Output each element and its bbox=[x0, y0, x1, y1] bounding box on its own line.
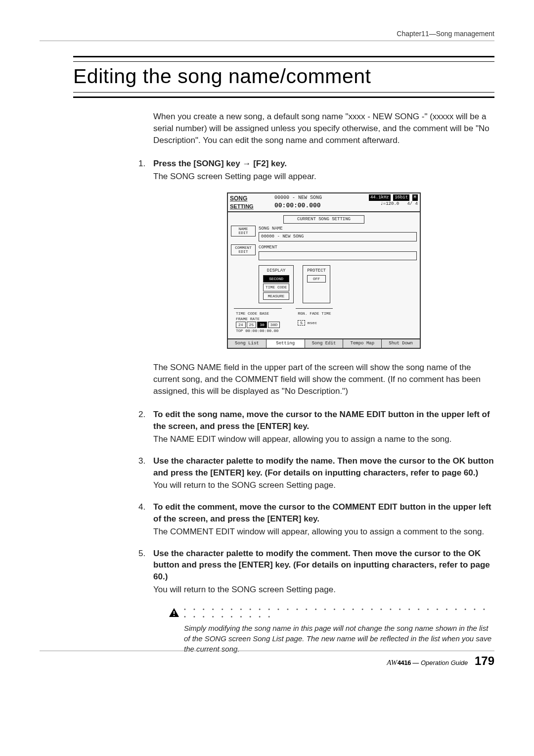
step-head: Press the [SONG] key → [F2] key. bbox=[153, 158, 494, 170]
ss-bits: 16bit bbox=[393, 194, 409, 201]
after-screenshot-paragraph: The SONG NAME field in the upper part of… bbox=[153, 362, 494, 397]
warning-text: Simply modifying the song name in this p… bbox=[184, 623, 494, 654]
step-number: 2. bbox=[138, 409, 153, 445]
footer-model: 4416 bbox=[397, 659, 410, 666]
step-number: 1. bbox=[138, 158, 153, 183]
display-panel-title: DISPLAY bbox=[263, 268, 289, 274]
page-title: Editing the song name/comment bbox=[73, 65, 494, 88]
tab-tempo-map[interactable]: Tempo Map bbox=[343, 339, 382, 348]
protect-off-button[interactable]: OFF bbox=[307, 275, 326, 283]
fade-time-title: RGN. FADE TIME bbox=[298, 311, 331, 316]
footer-brand: AW bbox=[387, 659, 397, 666]
display-opt-measure[interactable]: MEASURE bbox=[263, 292, 289, 300]
frame-rate-24[interactable]: 24 bbox=[236, 322, 246, 328]
protect-panel-title: PROTECT bbox=[307, 268, 326, 274]
song-name-field[interactable]: 00000 - NEW SONG bbox=[259, 232, 417, 241]
tab-song-edit[interactable]: Song Edit bbox=[305, 339, 344, 348]
display-opt-timecode[interactable]: TIME CODE bbox=[263, 284, 289, 291]
step-1: 1. Press the [SONG] key → [F2] key. The … bbox=[153, 158, 494, 183]
ss-song-line: 00000 - NEW SONG bbox=[274, 194, 365, 201]
ss-tempo: ♩=120.0 bbox=[380, 201, 399, 206]
frame-rate-label: FRAME RATE bbox=[236, 316, 280, 322]
display-opt-second[interactable]: SECOND bbox=[263, 275, 289, 283]
step-desc: The COMMENT EDIT window will appear, all… bbox=[153, 526, 494, 538]
tab-setting[interactable]: Setting bbox=[267, 339, 305, 348]
step-head: Use the character palette to modify the … bbox=[153, 548, 494, 583]
page-footer: AW4416 — Operation Guide 179 bbox=[40, 651, 494, 668]
frame-rate-30d[interactable]: 30D bbox=[268, 322, 280, 328]
step-head: Use the character palette to modify the … bbox=[153, 455, 494, 479]
footer-guide: — Operation Guide bbox=[412, 659, 468, 666]
frame-rate-25[interactable]: 25 bbox=[247, 322, 257, 328]
fade-time-unit: msec bbox=[308, 321, 317, 325]
step-desc: The NAME EDIT window will appear, allowi… bbox=[153, 433, 494, 445]
step-desc: The SONG screen Setting page will appear… bbox=[153, 171, 494, 183]
timecode-base-panel: TIME CODE BASE FRAME RATE 24 25 30 30D T… bbox=[234, 308, 282, 336]
chapter-header: Chapter11—Song management bbox=[40, 30, 494, 41]
step-desc: You will return to the SONG screen Setti… bbox=[153, 584, 494, 596]
ss-samplerate: 44.1kHz bbox=[369, 194, 391, 201]
step-2: 2. To edit the song name, move the curso… bbox=[153, 409, 494, 445]
intro-paragraph: When you create a new song, a default so… bbox=[153, 111, 494, 146]
step-number: 5. bbox=[138, 548, 153, 596]
title-block: Editing the song name/comment bbox=[73, 56, 494, 98]
warning-dots: • • • • • • • • • • • • • • • • • • • • … bbox=[184, 606, 494, 621]
warning-block: • • • • • • • • • • • • • • • • • • • • … bbox=[168, 606, 494, 654]
display-panel: DISPLAY SECOND TIME CODE MEASURE bbox=[259, 265, 294, 303]
song-setting-screenshot: SONG SETTING 00000 - NEW SONG 00:00:00.0… bbox=[153, 192, 494, 349]
comment-label: COMMENT bbox=[259, 244, 417, 251]
step-head: To edit the song name, move the cursor t… bbox=[153, 409, 494, 432]
step-3: 3. Use the character palette to modify t… bbox=[153, 455, 494, 491]
fade-time-panel: RGN. FADE TIME 5 msec bbox=[296, 308, 333, 336]
timecode-base-title: TIME CODE BASE bbox=[236, 311, 280, 316]
page-number: 179 bbox=[475, 654, 494, 667]
ss-time-display: 00:00:00.000 bbox=[274, 201, 365, 210]
timecode-top: TOP 00:00:00:00.00 bbox=[236, 328, 280, 333]
step-4: 4. To edit the comment, move the cursor … bbox=[153, 501, 494, 537]
tab-shut-down[interactable]: Shut Down bbox=[382, 339, 420, 348]
svg-rect-0 bbox=[174, 611, 175, 614]
svg-rect-1 bbox=[174, 615, 175, 616]
protect-panel: PROTECT OFF bbox=[303, 265, 330, 303]
ss-section-title: CURRENT SONG SETTING bbox=[283, 215, 364, 224]
step-5: 5. Use the character palette to modify t… bbox=[153, 548, 494, 596]
warning-icon bbox=[168, 606, 184, 654]
tab-song-list[interactable]: Song List bbox=[228, 339, 267, 348]
fade-time-value[interactable]: 5 bbox=[298, 320, 305, 326]
step-desc: You will return to the SONG screen Setti… bbox=[153, 479, 494, 491]
name-edit-button[interactable]: NAMEEDIT bbox=[231, 226, 256, 236]
ss-title-song: SONG bbox=[230, 194, 270, 203]
comment-edit-button[interactable]: COMMENTEDIT bbox=[231, 244, 256, 255]
step-head: To edit the comment, move the cursor to … bbox=[153, 501, 494, 525]
ss-title-setting: SETTING bbox=[230, 203, 270, 210]
step-number: 4. bbox=[138, 501, 153, 537]
ss-sig: 4/ 4 bbox=[407, 201, 418, 206]
comment-field[interactable] bbox=[259, 251, 417, 260]
frame-rate-30[interactable]: 30 bbox=[257, 322, 267, 328]
ss-mono-icon: M bbox=[412, 194, 418, 201]
song-name-label: SONG NAME bbox=[259, 226, 417, 232]
step-number: 3. bbox=[138, 455, 153, 491]
